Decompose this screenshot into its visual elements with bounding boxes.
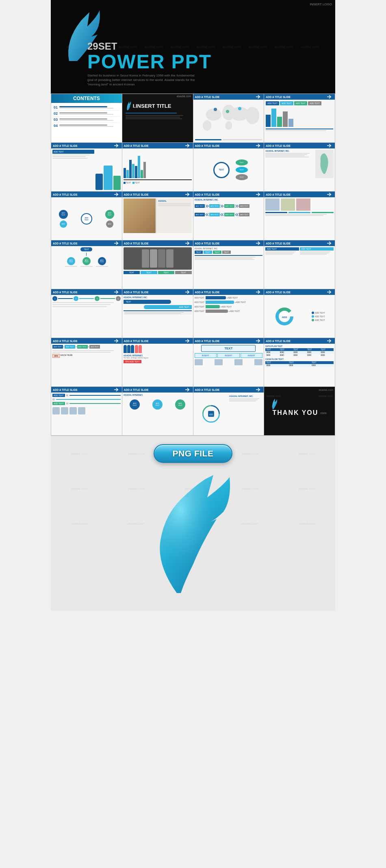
contents-item-1: 01	[54, 105, 119, 111]
slide-r3-3[interactable]: ADD A TITLE SLIDE ASADAL INTERNET, INC. …	[193, 192, 265, 240]
slide-r5-1[interactable]: ADD A TITLE SLIDE 1 2 3 4	[51, 289, 122, 338]
cover-slide: asadal.com asadal.com asadal.com asadal.…	[51, 0, 335, 94]
page-wrapper: asadal.com asadal.com asadal.com asadal.…	[51, 0, 335, 611]
slide-r6-2[interactable]: ADD A TITLE SLIDE ASADAL INTERNET	[122, 338, 193, 387]
slide-r4-2[interactable]: ADD A TITLE SLIDE TEXT TEXT TEXT	[122, 240, 193, 289]
slide-r6-3[interactable]: ADD A TITLE SLIDE TEXT INSERT INSERT INS…	[193, 338, 265, 387]
insert-logo-label: INSERT LOGO	[310, 2, 332, 6]
slide-row-7: ADD A TITLE SLIDE ADD TEXT 01 02 ADD TEX…	[51, 387, 335, 436]
slide-r5-2[interactable]: ADD A TITLE SLIDE ASADAL INTERNET, INC. …	[122, 289, 193, 338]
slide-r7-3[interactable]: ADD A TITLE SLIDE ADD ASADAL INTERNET, I…	[193, 387, 265, 436]
slide-row-2: ADD A TITLE SLIDE ADD TEXT	[51, 143, 335, 192]
svg-text:ADD: ADD	[282, 316, 287, 318]
slide-r2-1[interactable]: ADD A TITLE SLIDE ADD TEXT	[51, 143, 122, 192]
slide-r4-3[interactable]: ADD A TITLE SLIDE ASADAL INTERNET, INC. …	[193, 240, 265, 289]
slide-4-title: ADD A TITLE SLIDE	[266, 96, 291, 98]
slide-r4-4[interactable]: ADD A TITLE SLIDE ADD TEXT ADD TEXT	[264, 240, 335, 289]
slide-r4-1[interactable]: ADD A TITLE SLIDE TEXT ADDTEXT ADDTEXT	[51, 240, 122, 289]
slide-r5-4[interactable]: ADD A TITLE SLIDE ADD ADD TEXT ADD TEXT	[264, 289, 335, 338]
slide-r2-3[interactable]: ADD A TITLE SLIDE TEXT TEXT TEXT TEXT	[193, 143, 265, 192]
contents-item-3: 03	[54, 117, 119, 123]
svg-point-5	[225, 121, 232, 130]
slide-r5-3[interactable]: ADD A TITLE SLIDE ADD TEXT +ADD TEXT ADD…	[193, 289, 265, 338]
insert-title-slide[interactable]: asadal.com I.INSERT TITLE	[122, 94, 193, 143]
slide-r6-4[interactable]: ADD A TITLE SLIDE DATA PLAN TEXT TEXT TE…	[264, 338, 335, 387]
svg-point-3	[245, 107, 259, 124]
slide-r6-1[interactable]: ADD A TITLE SLIDE ADD TEXT › ADD TEXT › …	[51, 338, 122, 387]
main-title-label: POWER PPT	[87, 52, 212, 72]
slide-row-3: ADD A TITLE SLIDE ADDTEXT ADD ADDTEXT AD…	[51, 192, 335, 240]
slide-row-5: ADD A TITLE SLIDE 1 2 3 4	[51, 289, 335, 338]
slide-r7-1[interactable]: ADD A TITLE SLIDE ADD TEXT 01 02 ADD TEX…	[51, 387, 122, 436]
large-arrow-icon	[148, 475, 238, 599]
slide-3[interactable]: ADD A TITLE SLIDE	[193, 94, 265, 143]
svg-point-4	[203, 120, 211, 131]
cover-title-area: 29SET POWER PPT Started its business in …	[87, 41, 212, 87]
slide-r3-2[interactable]: ADD A TITLE SLIDE ASADAL	[122, 192, 193, 240]
set-count-label: 29SET	[87, 41, 212, 52]
contents-item-2: 02	[54, 111, 119, 117]
contents-header: CONTENTS	[51, 94, 122, 103]
contents-slide[interactable]: CONTENTS 01 02 03 04	[51, 94, 122, 143]
png-badge: PNG FILE	[154, 444, 233, 463]
slide-row-1: CONTENTS 01 02 03 04	[51, 94, 335, 143]
slide-r7-2[interactable]: ADD A TITLE SLIDE ASADAL INTERNET, ADDTE…	[122, 387, 193, 436]
slide-3-title: ADD A TITLE SLIDE	[195, 96, 220, 98]
slide-r2-4[interactable]: ADD A TITLE SLIDE ASADAL INTERNET, INC.	[264, 143, 335, 192]
slide-4[interactable]: ADD A TITLE SLIDE ADD TEXT ADD TEXT ADD …	[264, 94, 335, 143]
cover-subtitle: Started its business in Seoul Korea in F…	[87, 73, 201, 87]
contents-item-4: 04	[54, 123, 119, 129]
slide-row-6: ADD A TITLE SLIDE ADD TEXT › ADD TEXT › …	[51, 338, 335, 387]
slide-r3-4[interactable]: ADD A TITLE SLIDE	[264, 192, 335, 240]
slide-r2-2[interactable]: ADD A TITLE SLIDE	[122, 143, 193, 192]
svg-point-0	[206, 109, 221, 121]
svg-text:ADD: ADD	[209, 414, 213, 416]
png-section: asadal.com asadal.com asadal.com asadal.…	[51, 436, 335, 611]
slide-row-4: ADD A TITLE SLIDE TEXT ADDTEXT ADDTEXT	[51, 240, 335, 289]
thank-you-slide[interactable]: asadal.com asadal.com asadal.com THANK Y…	[264, 387, 335, 436]
slide-r3-1[interactable]: ADD A TITLE SLIDE ADDTEXT ADD ADDTEXT AD…	[51, 192, 122, 240]
